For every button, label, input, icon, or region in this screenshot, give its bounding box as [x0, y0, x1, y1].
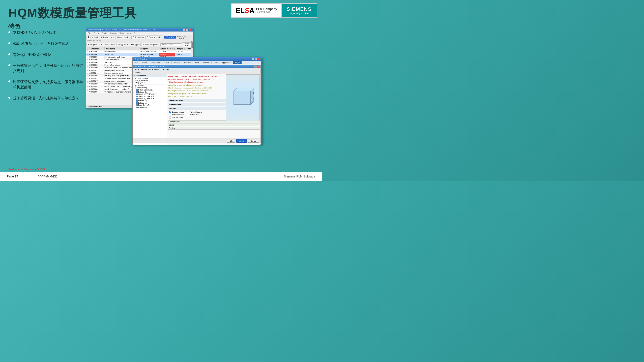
- scrollbar-thumb[interactable]: [191, 42, 192, 48]
- tab-view[interactable]: View: [193, 61, 202, 64]
- execute-on-start-checkbox[interactable]: [169, 111, 171, 113]
- row-edit-icon[interactable]: ✎: [86, 88, 88, 90]
- remove-check-button[interactable]: ✕ Remove check: [100, 36, 116, 39]
- qm-menu-item[interactable]: Menu ▼: [134, 71, 143, 74]
- nav-extrude7[interactable]: ✓ Extrude (7): [134, 102, 166, 104]
- new-profile-button[interactable]: ✚ New profile: [86, 43, 99, 46]
- qm-close[interactable]: ×: [257, 66, 260, 68]
- nav-check-extrude2[interactable]: ✓: [136, 91, 138, 93]
- row-edit-icon[interactable]: ✎: [86, 53, 88, 56]
- menu-help[interactable]: ?: [132, 32, 136, 34]
- apply-button[interactable]: Apply: [236, 139, 247, 142]
- ok-button[interactable]: OK: [227, 139, 235, 142]
- nx-ribbon: File Home Assemblies Curve Surface Analy…: [132, 61, 261, 64]
- nav-check-extrude6[interactable]: ✓: [136, 100, 138, 102]
- nav-check-edge[interactable]: ✓: [136, 104, 138, 106]
- qm-window-controls: _ ×: [254, 66, 260, 68]
- copy-check-button[interactable]: ⧉ Copy check: [116, 36, 129, 39]
- row-edit-icon[interactable]: ✎: [86, 80, 88, 82]
- search-profile-input[interactable]: [161, 44, 181, 46]
- row-edit-icon[interactable]: ✎: [86, 82, 88, 85]
- row-edit-icon[interactable]: ✎: [86, 69, 88, 72]
- nav-hqm-ok[interactable]: ✓ HQM_OKAY: [134, 82, 166, 84]
- menu-view[interactable]: View: [126, 32, 132, 34]
- add-checks-button[interactable]: ☐ Add checks: [132, 36, 145, 39]
- automatic-repair-checkbox[interactable]: [169, 114, 171, 116]
- tab-tools[interactable]: Tools: [212, 61, 220, 64]
- row-edit-icon[interactable]: ✎: [86, 72, 88, 74]
- profile-config-button[interactable]: ⚙ Profile configuration: [141, 43, 160, 46]
- ce-hqm-button[interactable]: CE → HQM: [164, 36, 176, 38]
- qm-inner-window: Heidelberg CAx QualityManager V9.3.4 118…: [133, 65, 261, 144]
- row-edit-icon[interactable]: ✎: [86, 56, 88, 58]
- row-edit-icon[interactable]: ✎: [86, 74, 88, 77]
- cancel-button[interactable]: Cancel: [248, 139, 259, 142]
- tab-file[interactable]: File: [132, 61, 140, 64]
- menu-options[interactable]: Options: [109, 32, 118, 34]
- nav-chamfer[interactable]: ✓ Chamfer (9): [134, 106, 166, 108]
- use-last-cache-checkbox[interactable]: [169, 116, 171, 118]
- tab-application[interactable]: Application: [220, 61, 233, 64]
- row-edit-icon[interactable]: ✎: [86, 91, 88, 93]
- row-edit-icon[interactable]: ✎: [86, 66, 88, 69]
- close-button[interactable]: ×: [189, 28, 191, 31]
- row-edit-icon[interactable]: ✎: [86, 50, 88, 53]
- partial-checking-checkbox[interactable]: [187, 111, 189, 113]
- tab-render[interactable]: Render: [201, 61, 212, 64]
- preview-header[interactable]: Preview: [168, 127, 260, 130]
- menu-tools[interactable]: Tools: [118, 32, 125, 34]
- row-edit-icon[interactable]: ✎: [86, 64, 88, 66]
- nx-minimize-button[interactable]: _: [252, 58, 254, 60]
- minimize-button[interactable]: _: [183, 28, 185, 31]
- remove-checks-button[interactable]: ☒ Remove checks: [146, 36, 162, 39]
- nav-hqm-error[interactable]: ❌ HQM_ERROR: [134, 77, 166, 80]
- header-description[interactable]: Description: [104, 48, 140, 50]
- nav-check-sketch3[interactable]: ✓: [136, 94, 138, 95]
- tab-surface[interactable]: Surface: [172, 61, 182, 64]
- row-edit-icon[interactable]: ✎: [86, 58, 88, 61]
- tab-hqm[interactable]: HQM: [233, 61, 242, 64]
- nav-edge-blend[interactable]: ✓ Edge Blend (8): [134, 104, 166, 106]
- nav-check-datum[interactable]: ✓: [136, 89, 138, 91]
- menu-check[interactable]: Check: [92, 32, 100, 34]
- nav-cameras[interactable]: 📷 Cameras: [134, 84, 166, 87]
- tab-analysis[interactable]: Analysis: [182, 61, 193, 64]
- row-edit-icon[interactable]: ✎: [86, 61, 88, 64]
- header-sample-assembly[interactable]: sample_assembly: [176, 48, 192, 50]
- new-check-button[interactable]: ✚ New check: [86, 36, 99, 39]
- row-edit-icon[interactable]: ✎: [86, 85, 88, 88]
- nx-close-button[interactable]: ×: [258, 58, 260, 60]
- nav-hqm-warning[interactable]: ⚠ HQM_WARNING: [134, 80, 166, 82]
- nav-sketch5[interactable]: ✓ Sketch (5) "SKETCH...": [134, 98, 166, 100]
- nav-check-sketch5[interactable]: ✓: [136, 98, 138, 100]
- header-category[interactable]: Category: [140, 48, 160, 50]
- maximize-button[interactable]: □: [186, 28, 188, 31]
- nav-datum[interactable]: ✓ Datum Coordinate...: [134, 89, 166, 91]
- reset-view-checkbox[interactable]: [187, 114, 189, 116]
- nav-model-history[interactable]: 📁 Model History: [134, 87, 166, 89]
- row-edit-icon[interactable]: ✎: [86, 77, 88, 80]
- nav-check-chamfer[interactable]: ✓: [136, 106, 138, 108]
- nav-sketch4[interactable]: ✓ Sketch (4) "SKETCH...": [134, 95, 166, 98]
- header-check-name[interactable]: Check name: [90, 48, 104, 50]
- nav-check-sketch4[interactable]: ✓: [136, 96, 138, 97]
- nav-extrude6[interactable]: ✓ Extrude (6): [134, 100, 166, 102]
- details-header[interactable]: Details: [168, 124, 260, 126]
- copy-profile-button[interactable]: ⧉ Copy profile: [116, 43, 130, 46]
- tab-assemblies[interactable]: Assemblies: [149, 61, 162, 64]
- part-navigator-header[interactable]: Part Navigator: [134, 74, 167, 77]
- delete-profile-button[interactable]: ✕ Delete profile(s): [100, 43, 116, 46]
- tab-home[interactable]: Home: [140, 61, 149, 64]
- nav-sketch3[interactable]: ✓ Sketch (3) "SKETCH...": [134, 93, 166, 95]
- menu-file[interactable]: File: [86, 32, 92, 34]
- qm-minimize[interactable]: _: [254, 66, 257, 68]
- extrude7-label: Extrude (7): [138, 102, 146, 104]
- reset-filter-button[interactable]: Reset filter: [182, 42, 192, 47]
- tab-curve[interactable]: Curve: [162, 61, 172, 64]
- nav-check-extrude7[interactable]: ✓: [136, 102, 138, 104]
- nx-maximize-button[interactable]: □: [254, 58, 257, 60]
- mapping-button[interactable]: ⇄ Mapping: [130, 43, 141, 46]
- nav-extrude2[interactable]: ✓ Extrude (2): [134, 91, 166, 93]
- menu-profile[interactable]: Profile: [100, 32, 108, 34]
- header-sample-modeling[interactable]: sample_modeling: [160, 48, 176, 50]
